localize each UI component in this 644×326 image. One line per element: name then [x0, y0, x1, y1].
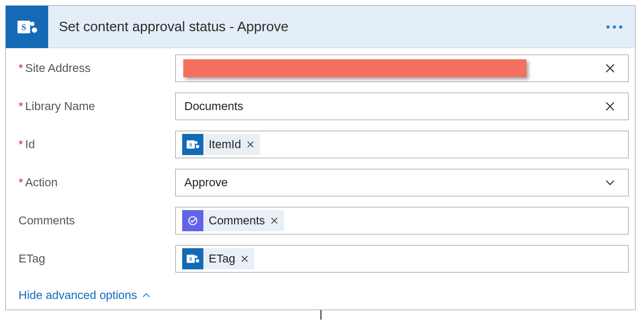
select-action[interactable]: Approve: [175, 169, 629, 196]
remove-token-icon[interactable]: [270, 216, 279, 225]
input-library-name[interactable]: Documents: [175, 93, 629, 120]
row-id: * Id S ItemId: [19, 131, 629, 158]
svg-text:S: S: [189, 142, 192, 148]
label-site-address: * Site Address: [19, 61, 175, 75]
required-marker: *: [19, 138, 23, 151]
action-card: S Set content approval status - Approve …: [5, 5, 636, 310]
required-marker: *: [19, 99, 23, 113]
required-marker: *: [19, 176, 23, 189]
label-text: Site Address: [25, 61, 91, 75]
clear-icon[interactable]: [596, 93, 624, 120]
token-label: ItemId: [209, 138, 241, 151]
svg-point-7: [196, 145, 199, 148]
input-site-address[interactable]: [175, 55, 629, 82]
chevron-down-icon[interactable]: [596, 169, 624, 196]
card-body: * Site Address * Library Name Documents: [6, 48, 635, 310]
dynamic-token-etag[interactable]: S ETag: [182, 248, 254, 269]
chevron-up-icon: [141, 291, 151, 300]
label-etag: ETag: [19, 252, 175, 266]
card-title: Set content approval status - Approve: [48, 19, 606, 35]
card-header: S Set content approval status - Approve: [6, 6, 635, 48]
token-label: Comments: [209, 214, 265, 228]
row-action: * Action Approve: [19, 169, 629, 196]
label-text: Action: [25, 176, 58, 189]
more-menu-icon[interactable]: [606, 25, 635, 29]
label-text: Library Name: [25, 99, 95, 113]
redacted-value: [183, 59, 526, 77]
svg-text:S: S: [189, 256, 192, 262]
flow-connector: [320, 310, 321, 320]
field-value: Documents: [180, 99, 596, 113]
svg-point-11: [195, 256, 198, 258]
svg-point-6: [195, 141, 198, 144]
row-etag: ETag S ETag: [19, 245, 629, 273]
dynamic-token-comments[interactable]: Comments: [182, 210, 284, 231]
approvals-icon: [182, 210, 203, 231]
svg-point-2: [30, 22, 34, 26]
link-text: Hide advanced options: [19, 288, 137, 302]
token-label: ETag: [209, 252, 235, 266]
row-comments: Comments Comments: [19, 207, 629, 234]
sharepoint-icon: S: [182, 248, 203, 269]
sharepoint-icon: S: [182, 134, 203, 155]
required-marker: *: [19, 61, 23, 75]
remove-token-icon[interactable]: [240, 255, 249, 263]
label-action: * Action: [19, 176, 175, 189]
label-library-name: * Library Name: [19, 99, 175, 113]
field-value: Approve: [180, 176, 596, 189]
svg-text:S: S: [22, 23, 26, 32]
label-text: ETag: [19, 252, 45, 266]
svg-point-3: [32, 28, 37, 33]
clear-icon[interactable]: [596, 55, 624, 82]
input-comments[interactable]: Comments: [175, 207, 629, 234]
input-id[interactable]: S ItemId: [175, 131, 629, 158]
label-text: Comments: [19, 214, 75, 228]
row-site-address: * Site Address: [19, 55, 629, 82]
sharepoint-icon: S: [6, 6, 48, 48]
svg-point-12: [196, 259, 199, 262]
hide-advanced-options-link[interactable]: Hide advanced options: [19, 283, 151, 305]
remove-token-icon[interactable]: [246, 140, 255, 149]
label-id: * Id: [19, 138, 175, 151]
label-text: Id: [25, 138, 35, 151]
row-library-name: * Library Name Documents: [19, 93, 629, 120]
input-etag[interactable]: S ETag: [175, 245, 629, 273]
label-comments: Comments: [19, 214, 175, 228]
dynamic-token-itemid[interactable]: S ItemId: [182, 134, 260, 155]
